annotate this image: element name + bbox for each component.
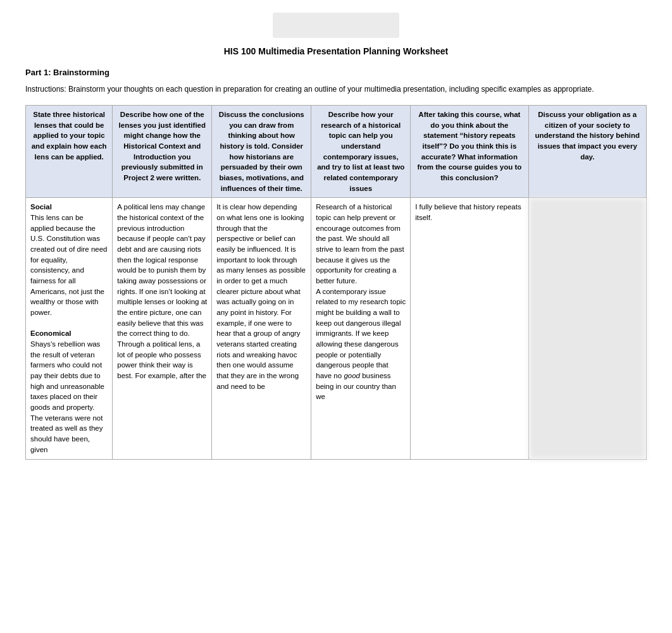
col-header-3: Discuss the conclusions you can draw fro… <box>212 106 311 198</box>
cell-4: Research of a historical topic can help … <box>311 198 411 459</box>
table-row: Social This lens can be applied because … <box>26 198 647 459</box>
page-title: HIS 100 Multimedia Presentation Planning… <box>25 46 647 56</box>
instructions-text: Instructions: Brainstorm your thoughts o… <box>25 83 647 95</box>
col-header-1: State three historical lenses that could… <box>26 106 113 198</box>
subheading-social: Social <box>30 203 52 211</box>
cell-1: Social This lens can be applied because … <box>26 198 113 459</box>
cell-5: I fully believe that history repeats its… <box>411 198 528 459</box>
col-header-5: After taking this course, what do you th… <box>411 106 528 198</box>
col-header-4: Describe how your research of a historic… <box>311 106 411 198</box>
logo-image <box>273 13 399 38</box>
col-header-6: Discuss your obligation as a citizen of … <box>528 106 646 198</box>
cell-3: It is clear how depending on what lens o… <box>212 198 311 459</box>
text-social: This lens can be applied because the U.S… <box>30 214 107 316</box>
research-text1: topic can help prevent or encourage outc… <box>316 214 406 379</box>
brainstorm-table: State three historical lenses that could… <box>25 105 647 460</box>
logo-area <box>25 13 647 40</box>
text-economical: Shays’s rebellion was the result of vete… <box>30 340 104 453</box>
research-intro: Research of a historical <box>316 203 392 211</box>
cell-6 <box>528 198 646 459</box>
col-header-2: Describe how one of the lenses you just … <box>113 106 212 198</box>
research-italic: good <box>344 372 360 379</box>
cell-2: A political lens may change the historic… <box>113 198 212 459</box>
subheading-economical: Economical <box>30 329 72 337</box>
section-title: Part 1: Brainstorming <box>25 68 647 77</box>
